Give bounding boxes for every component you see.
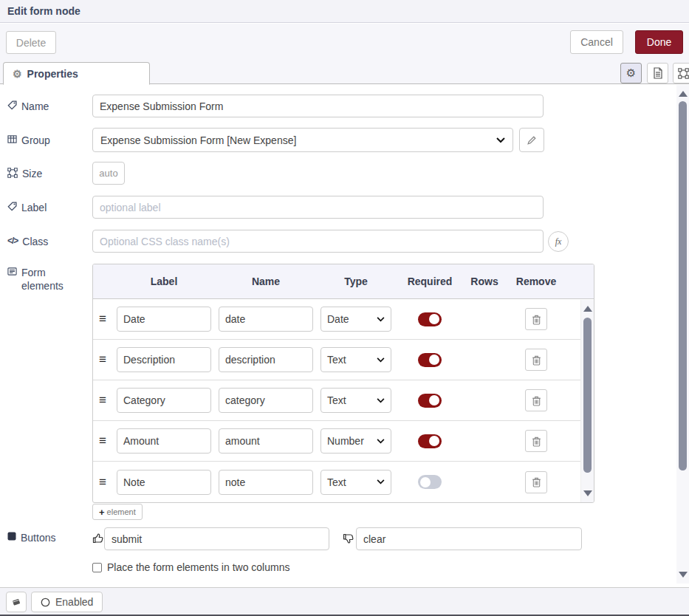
required-toggle[interactable] bbox=[418, 353, 442, 367]
main-scrollbar[interactable] bbox=[676, 85, 689, 584]
element-label-input[interactable] bbox=[117, 470, 211, 495]
element-type-select[interactable]: Text bbox=[320, 470, 391, 495]
label-field-label: Label bbox=[7, 201, 87, 214]
required-toggle[interactable] bbox=[418, 434, 442, 448]
drag-handle-icon[interactable]: ≡ bbox=[93, 475, 112, 490]
form-elements-field-label: Form elements bbox=[7, 266, 87, 292]
required-toggle[interactable] bbox=[418, 475, 442, 489]
scroll-down-icon[interactable] bbox=[583, 490, 592, 496]
form-element-row: ≡ Date bbox=[93, 299, 594, 340]
element-name-input[interactable] bbox=[219, 428, 313, 454]
document-icon bbox=[653, 67, 663, 79]
properties-panel-button[interactable]: ⚙ bbox=[620, 63, 642, 83]
appearance-icon bbox=[678, 68, 689, 79]
delete-button[interactable]: Delete bbox=[6, 31, 56, 54]
dialog-title: Edit form node bbox=[7, 5, 80, 17]
tab-properties[interactable]: ⚙ Properties bbox=[3, 62, 150, 85]
remove-element-button[interactable] bbox=[525, 471, 547, 493]
table-icon bbox=[7, 134, 17, 144]
code-icon: </> bbox=[7, 236, 18, 247]
dialog-titlebar: Edit form node bbox=[0, 0, 689, 23]
trash-icon bbox=[532, 355, 541, 366]
trash-icon bbox=[532, 395, 541, 406]
form-elements-table-body: ≡ Date ≡ bbox=[93, 299, 594, 503]
required-toggle[interactable] bbox=[418, 312, 442, 326]
required-toggle[interactable] bbox=[418, 394, 442, 408]
element-type-select[interactable]: Date bbox=[320, 307, 391, 332]
element-name-input[interactable] bbox=[219, 470, 313, 495]
drag-handle-icon[interactable]: ≡ bbox=[93, 434, 112, 448]
label-input[interactable] bbox=[92, 196, 544, 219]
edit-group-button[interactable] bbox=[519, 128, 544, 152]
scroll-up-icon[interactable] bbox=[679, 91, 688, 97]
remove-element-button[interactable] bbox=[525, 389, 547, 411]
element-type-select[interactable]: Text bbox=[320, 347, 391, 372]
class-input[interactable] bbox=[92, 230, 544, 253]
chevron-down-icon bbox=[377, 317, 385, 322]
col-header-remove: Remove bbox=[505, 276, 567, 287]
element-name-input[interactable] bbox=[219, 307, 313, 332]
element-label-input[interactable] bbox=[117, 347, 211, 372]
tab-bar: ⚙ Properties ⚙ bbox=[0, 62, 689, 84]
size-auto-button[interactable]: auto bbox=[92, 162, 125, 185]
element-name-input[interactable] bbox=[219, 388, 313, 413]
circle-icon bbox=[41, 598, 50, 607]
enabled-toggle-button[interactable]: Enabled bbox=[31, 592, 103, 612]
tag-icon bbox=[7, 202, 17, 211]
thumb-down-icon bbox=[343, 533, 354, 544]
remove-element-button[interactable] bbox=[525, 308, 547, 330]
col-header-required: Required bbox=[396, 276, 464, 287]
tab-properties-label: Properties bbox=[27, 68, 78, 80]
tag-icon bbox=[7, 100, 17, 110]
table-scrollbar-thumb[interactable] bbox=[583, 318, 592, 473]
description-panel-button[interactable] bbox=[647, 63, 668, 83]
enabled-label: Enabled bbox=[55, 596, 93, 608]
clear-button-label-input[interactable] bbox=[356, 527, 582, 550]
element-type-select[interactable]: Number bbox=[320, 428, 391, 454]
element-type-select[interactable]: Text bbox=[320, 388, 391, 413]
dialog-footer: Enabled bbox=[0, 587, 689, 616]
class-expression-button[interactable]: fx bbox=[548, 231, 569, 252]
trash-icon bbox=[532, 314, 541, 325]
two-columns-checkbox[interactable] bbox=[92, 563, 102, 572]
remove-element-button[interactable] bbox=[525, 430, 547, 452]
scroll-down-icon[interactable] bbox=[679, 572, 688, 578]
form-elements-table-header: Label Name Type Required Rows Remove bbox=[93, 264, 594, 299]
drag-handle-icon[interactable]: ≡ bbox=[93, 393, 112, 408]
group-select[interactable]: Expense Submission Form [New Expense] bbox=[92, 128, 513, 152]
chevron-down-icon bbox=[377, 357, 385, 363]
submit-button-label-input[interactable] bbox=[104, 527, 329, 550]
form-element-row: ≡ Text bbox=[93, 462, 594, 502]
col-header-type: Type bbox=[316, 276, 396, 287]
done-button[interactable]: Done bbox=[635, 30, 683, 54]
remove-element-button[interactable] bbox=[525, 349, 547, 371]
thumb-up-icon bbox=[92, 533, 104, 544]
chevron-down-icon bbox=[377, 439, 385, 444]
form-elements-table: Label Name Type Required Rows Remove ≡ D… bbox=[92, 264, 594, 503]
size-field-label: Size bbox=[7, 167, 87, 180]
element-name-input[interactable] bbox=[219, 347, 313, 372]
dialog-toolbar: Delete Cancel Done bbox=[0, 24, 689, 62]
name-input[interactable] bbox=[92, 95, 544, 117]
size-icon bbox=[7, 168, 18, 178]
appearance-panel-button[interactable] bbox=[673, 63, 689, 83]
form-element-row: ≡ Text bbox=[93, 340, 594, 380]
main-scrollbar-thumb[interactable] bbox=[679, 101, 687, 470]
node-help-button[interactable] bbox=[6, 592, 27, 612]
element-label-input[interactable] bbox=[117, 307, 211, 332]
book-icon bbox=[11, 597, 21, 607]
element-label-input[interactable] bbox=[117, 388, 211, 413]
trash-icon bbox=[532, 476, 541, 487]
chevron-down-icon bbox=[377, 398, 385, 403]
form-element-row: ≡ Text bbox=[93, 380, 594, 421]
drag-handle-icon[interactable]: ≡ bbox=[93, 312, 112, 326]
element-label-input[interactable] bbox=[117, 428, 211, 454]
scroll-up-icon[interactable] bbox=[583, 306, 592, 312]
table-scrollbar[interactable] bbox=[580, 300, 594, 502]
drag-handle-icon[interactable]: ≡ bbox=[93, 352, 112, 367]
trash-icon bbox=[532, 436, 541, 447]
add-element-button[interactable]: + element bbox=[92, 504, 143, 520]
square-icon bbox=[7, 532, 16, 541]
chevron-down-icon bbox=[377, 479, 385, 485]
cancel-button[interactable]: Cancel bbox=[570, 30, 623, 54]
